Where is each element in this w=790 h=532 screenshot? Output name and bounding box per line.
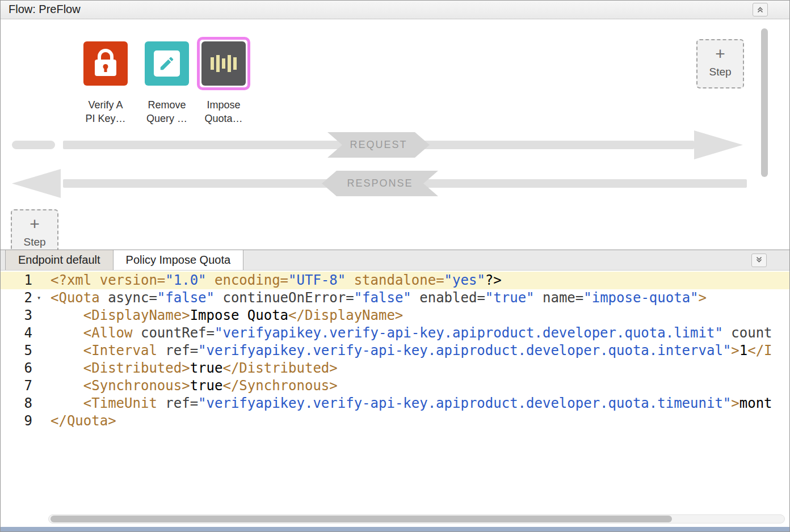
add-step-button-request[interactable]: + Step	[696, 39, 744, 88]
line-number: 4	[1, 324, 33, 342]
line-number: 8	[1, 395, 33, 412]
plus-icon: +	[30, 216, 40, 232]
line-number: 3	[1, 307, 33, 324]
line-number: 1	[1, 272, 33, 289]
code-line[interactable]: 1<?xml version="1.0" encoding="UTF-8" st…	[1, 272, 789, 289]
code-text: <?xml version="1.0" encoding="UTF-8" sta…	[51, 272, 789, 289]
flow-title: Flow: PreFlow	[9, 3, 81, 15]
fold-spacer	[33, 377, 51, 395]
policy-label: Impose Quota…	[204, 98, 242, 125]
horizontal-scrollbar-thumb[interactable]	[51, 516, 672, 522]
code-line[interactable]: 6 <Distributed>true</Distributed>	[1, 360, 789, 377]
line-number: 2	[1, 289, 33, 307]
quota-bars-icon	[201, 41, 246, 86]
line-number: 5	[1, 342, 33, 360]
code-text: <TimeUnit ref="verifyapikey.verify-api-k…	[51, 395, 789, 412]
fold-spacer	[33, 272, 51, 289]
response-arrow-head-icon	[12, 169, 61, 198]
code-text: <DisplayName>Impose Quota</DisplayName>	[51, 307, 789, 324]
code-text: <Interval ref="verifyapikey.verify-api-k…	[51, 342, 789, 360]
bottom-strip	[1, 527, 789, 531]
flow-canvas: Verify A PI Key… Remove Query …	[1, 19, 789, 250]
step-label: Step	[23, 236, 45, 248]
pencil-icon	[145, 41, 189, 86]
response-label: RESPONSE	[347, 178, 413, 189]
lock-icon	[83, 41, 128, 86]
fold-spacer	[33, 412, 51, 430]
line-number: 6	[1, 360, 33, 377]
code-line[interactable]: 2▾<Quota async="false" continueOnError="…	[1, 289, 789, 307]
chevron-double-up-icon	[756, 1, 764, 19]
policy-label: Verify A PI Key…	[85, 98, 125, 125]
step-label: Step	[709, 66, 731, 78]
proxy-editor-window: Flow: PreFlow Verify A PI Key…	[0, 0, 790, 532]
fold-spacer	[33, 307, 51, 324]
fold-spacer	[33, 324, 51, 342]
code-text: <Synchronous>true</Synchronous>	[51, 377, 789, 395]
add-step-button-response[interactable]: + Step	[11, 209, 58, 250]
code-editor[interactable]: 1<?xml version="1.0" encoding="UTF-8" st…	[1, 271, 789, 527]
request-arrow-head-icon	[694, 130, 743, 159]
code-text: <Distributed>true</Distributed>	[51, 360, 789, 377]
policy-impose-quota[interactable]: Impose Quota…	[190, 37, 258, 125]
response-label-band: RESPONSE	[322, 171, 438, 196]
request-bar-segment	[12, 141, 55, 149]
code-line[interactable]: 7 <Synchronous>true</Synchronous>	[1, 377, 789, 395]
policy-icon-frame	[79, 37, 132, 90]
code-line[interactable]: 4 <Allow countRef="verifyapikey.verify-a…	[1, 324, 789, 342]
chevron-double-down-icon	[755, 254, 763, 267]
request-label-band: REQUEST	[327, 132, 430, 158]
code-text: <Quota async="false" continueOnError="fa…	[51, 289, 789, 307]
code-line[interactable]: 8 <TimeUnit ref="verifyapikey.verify-api…	[1, 395, 789, 412]
editor-tab-bar: Endpoint default Policy Impose Quota	[1, 250, 789, 271]
tab-endpoint-default[interactable]: Endpoint default	[5, 250, 114, 270]
tab-policy-impose-quota[interactable]: Policy Impose Quota	[113, 250, 244, 270]
fold-spacer	[33, 360, 51, 377]
request-label: REQUEST	[350, 139, 407, 151]
plus-icon: +	[715, 46, 725, 62]
code-lines: 1<?xml version="1.0" encoding="UTF-8" st…	[1, 272, 789, 430]
code-line[interactable]: 5 <Interval ref="verifyapikey.verify-api…	[1, 342, 789, 360]
flow-header: Flow: PreFlow	[1, 1, 789, 19]
selected-policy-frame	[197, 37, 250, 90]
horizontal-scrollbar-track[interactable]	[48, 514, 785, 523]
policy-icon-frame	[140, 37, 194, 90]
flow-vertical-scrollbar[interactable]	[761, 28, 768, 177]
fold-spacer	[33, 395, 51, 412]
policy-verify-api-key[interactable]: Verify A PI Key…	[72, 37, 140, 125]
fold-spacer	[33, 342, 51, 360]
collapse-flow-button[interactable]	[753, 3, 768, 16]
policy-label: Remove Query …	[146, 98, 187, 125]
line-number: 7	[1, 377, 33, 395]
fold-marker-icon[interactable]: ▾	[33, 289, 51, 307]
code-line[interactable]: 3 <DisplayName>Impose Quota</DisplayName…	[1, 307, 789, 324]
line-number: 9	[1, 412, 33, 430]
code-line[interactable]: 9</Quota>	[1, 412, 789, 430]
collapse-editor-button[interactable]	[751, 254, 767, 267]
code-text: <Allow countRef="verifyapikey.verify-api…	[51, 324, 789, 342]
code-text: </Quota>	[51, 412, 789, 430]
